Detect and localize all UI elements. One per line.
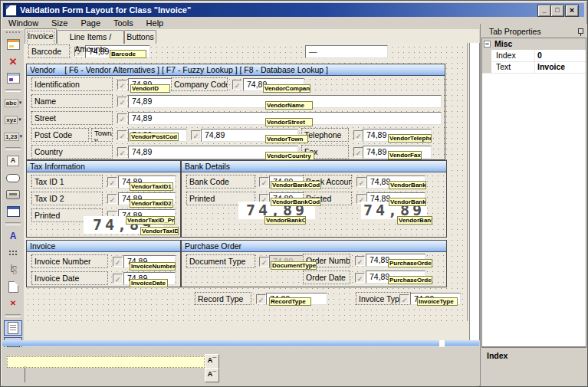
tax-id1-tag[interactable]: VendorTaxID1 <box>130 182 173 191</box>
maximize-button[interactable]: □ <box>550 5 564 17</box>
bank-account-tag[interactable]: VendorBankAcc <box>389 181 426 189</box>
record-type-tag[interactable]: RecordType <box>269 297 311 306</box>
menu-window[interactable]: Window <box>3 18 44 29</box>
tax-id2-tag[interactable]: VendorTaxID2 <box>130 199 173 208</box>
toolbar-grip[interactable] <box>6 31 20 33</box>
menu-tools[interactable]: Tools <box>108 18 139 29</box>
oval-tool-button[interactable] <box>4 170 22 185</box>
bank-account-printed-tag[interactable]: VendorBankAcc <box>389 198 426 206</box>
aux-field[interactable]: — <box>305 45 388 58</box>
tax-section-header[interactable]: Tax Information <box>27 161 180 172</box>
invoice-number-tag[interactable]: InvoiceNumber <box>130 262 176 271</box>
bank-section-header[interactable]: Bank Details <box>182 161 446 172</box>
field-edit-input[interactable] <box>7 356 205 368</box>
field-properties-button[interactable] <box>4 71 22 86</box>
menu-page[interactable]: Page <box>75 18 106 29</box>
vendor-town-label[interactable]: Town/Cit y <box>91 128 113 142</box>
purchase-order-section-header[interactable]: Purchase Order <box>182 241 446 252</box>
invoice-date-checkbox[interactable]: ✓ <box>113 274 123 284</box>
grid-tool-button[interactable] <box>4 245 22 261</box>
bank-code-display-tag[interactable]: VendorBankC <box>264 216 306 225</box>
tree-tool-button[interactable]: ├□└□ <box>4 262 22 277</box>
invoice-type-checkbox[interactable]: ✓ <box>399 294 409 304</box>
order-date-checkbox[interactable]: ✓ <box>355 273 365 283</box>
vendor-section-header[interactable]: Vendor[ F6 - Vendor Alternatives ] [ F7 … <box>27 64 445 76</box>
vendor-fax-tag[interactable]: VendorFax <box>388 151 422 159</box>
vendor-post-code-label[interactable]: Post Code <box>31 128 89 142</box>
tax-id1-label[interactable]: Tax ID 1 <box>31 175 103 189</box>
menu-help[interactable]: Help <box>141 18 169 29</box>
invoice-section-header[interactable]: Invoice <box>27 241 180 252</box>
vendor-name-label[interactable]: Name <box>31 94 113 108</box>
vendor-telephone-label[interactable]: Telephone <box>301 128 349 142</box>
vendor-country-tag[interactable]: VendorCountry <box>265 152 314 160</box>
dialog-tool-button[interactable] <box>4 204 22 219</box>
horizontal-scrollbar-end[interactable] <box>445 340 479 346</box>
tax-id-display-tag[interactable]: VendorTaxID <box>140 227 179 235</box>
tab-invoice[interactable]: Invoice <box>25 28 57 44</box>
invoice-date-label[interactable]: Invoice Date <box>31 271 108 285</box>
vendor-post-code-checkbox[interactable]: ✓ <box>117 130 127 140</box>
vendor-company-code-checkbox[interactable]: ✓ <box>232 80 242 90</box>
vendor-town-tag[interactable]: VendorTown <box>265 135 308 143</box>
property-value[interactable]: Invoice <box>537 61 565 73</box>
font-tool-button[interactable]: A <box>4 228 22 244</box>
pin-icon[interactable] <box>578 28 583 34</box>
delete-page-tool-button[interactable]: ✕ <box>4 296 22 311</box>
vendor-company-code-label[interactable]: Company Code <box>171 77 228 91</box>
vendor-street-checkbox[interactable]: ✓ <box>117 113 127 123</box>
label-tool-button[interactable]: A <box>4 153 22 169</box>
vendor-identification-checkbox[interactable]: ✓ <box>117 80 127 90</box>
vendor-company-code-tag[interactable]: VendorCompan <box>263 84 310 93</box>
tab-buttons[interactable]: Buttons <box>124 30 156 44</box>
order-date-tag[interactable]: PurchaseOrder <box>388 276 432 284</box>
horizontal-scrollbar[interactable] <box>2 340 439 346</box>
bank-account-checkbox[interactable]: ✓ <box>356 177 366 187</box>
tax-printed-tag[interactable]: VendorTaxID_Pr <box>126 216 175 225</box>
bank-code-checkbox[interactable]: ✓ <box>259 177 269 187</box>
invoice-type-tag[interactable]: InvoiceType <box>417 297 458 306</box>
document-type-checkbox[interactable]: ✓ <box>259 257 269 267</box>
barcode-label[interactable]: Barcode <box>28 44 70 58</box>
bank-code-printed-tag[interactable]: VendorBankCod <box>271 198 321 206</box>
vendor-telephone-tag[interactable]: VendorTelephon <box>388 134 432 143</box>
vendor-country-label[interactable]: Country <box>31 145 113 159</box>
invoice-number-label[interactable]: Invoice Number <box>31 254 108 268</box>
vendor-identification-tag[interactable]: VendorID <box>130 84 170 93</box>
order-date-label[interactable]: Order Date <box>303 271 350 284</box>
font-larger-button[interactable]: A¯ <box>205 354 219 369</box>
title-bar[interactable]: Validation Form Layout for Class "Invoic… <box>3 3 584 17</box>
vendor-country-checkbox[interactable]: ✓ <box>117 147 127 157</box>
form-view-toggle-button[interactable] <box>4 320 22 336</box>
invoice-number-checkbox[interactable]: ✓ <box>113 257 123 267</box>
vendor-name-checkbox[interactable]: ✓ <box>117 97 127 107</box>
vendor-identification-label[interactable]: Identification <box>31 77 113 91</box>
button-tool-button[interactable] <box>4 187 22 202</box>
vendor-post-code-tag[interactable]: VendorPostCod <box>130 133 179 141</box>
tax-id2-checkbox[interactable]: ✓ <box>107 194 117 204</box>
order-number-checkbox[interactable]: ✓ <box>355 256 365 266</box>
numeric-field-tool-button[interactable]: 1,23▾ <box>4 129 22 144</box>
menu-size[interactable]: Size <box>46 18 73 29</box>
uppercase-field-tool-button[interactable]: xyz▾ <box>4 112 22 127</box>
tax-id1-checkbox[interactable]: ✓ <box>107 177 117 187</box>
invoice-date-tag[interactable]: InvoiceDate <box>130 279 168 287</box>
bank-code-tag[interactable]: VendorBankCod <box>271 181 321 189</box>
property-group-misc[interactable]: − Misc <box>482 38 586 50</box>
minimize-button[interactable]: _ <box>537 5 551 17</box>
tax-id2-label[interactable]: Tax ID 2 <box>31 192 103 205</box>
bank-code-label[interactable]: Bank Code <box>186 175 255 189</box>
vendor-street-tag[interactable]: VendorStreet <box>265 118 313 126</box>
close-button[interactable]: × <box>565 5 579 17</box>
property-row-text[interactable]: Text Invoice <box>482 61 586 74</box>
document-type-tag[interactable]: DocumentType <box>271 261 317 270</box>
bank-account-display-tag[interactable]: VendorBankA <box>397 216 432 225</box>
new-field-button[interactable] <box>4 37 22 52</box>
vendor-town-checkbox[interactable]: ✓ <box>191 130 201 140</box>
order-number-tag[interactable]: PurchaseOrder <box>388 259 432 267</box>
text-field-tool-button[interactable]: abc▾ <box>4 95 22 110</box>
barcode-field-tag[interactable]: Barcode <box>110 50 146 58</box>
record-type-checkbox[interactable]: ✓ <box>256 294 266 304</box>
tab-line-items[interactable]: Line Items / Amounts <box>57 30 124 44</box>
property-row-index[interactable]: Index 0 <box>482 50 586 62</box>
